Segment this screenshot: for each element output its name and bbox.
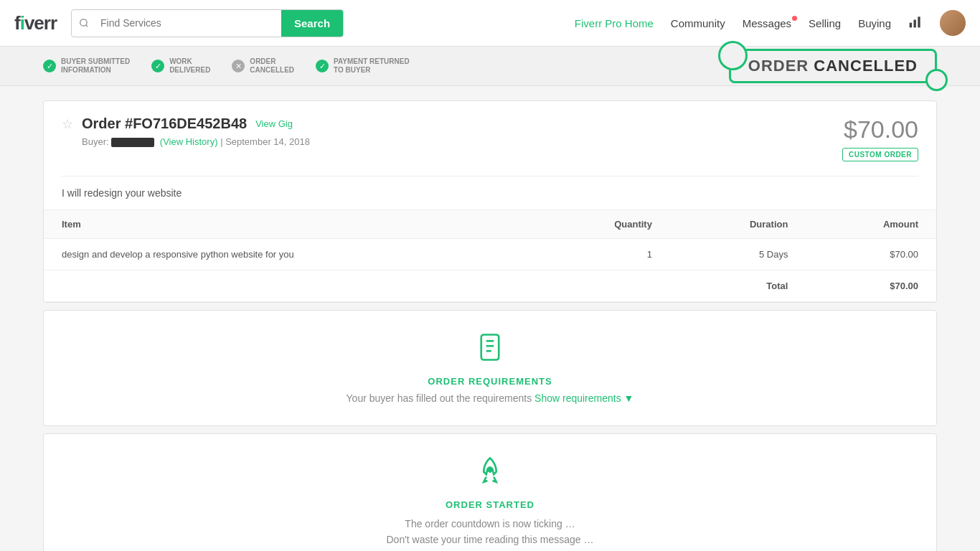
total-value: $70.00 (806, 270, 936, 302)
step-label-payment: PAYMENT RETURNEDTO BUYER (334, 57, 410, 75)
requirements-title: ORDER REQUIREMENTS (62, 376, 918, 387)
order-id: Order #FO716DE452B48 (82, 116, 247, 132)
table-header-row: Item Quantity Duration Amount (44, 210, 936, 239)
header: fiverr Search Fiverr Pro Home Community … (0, 0, 980, 47)
view-gig-link[interactable]: View Gig (255, 118, 293, 129)
step-icon-cancel: ✕ (232, 60, 245, 72)
status-steps: ✓ BUYER SUBMITTEDINFORMATION ✓ WORKDELIV… (43, 57, 410, 75)
step-icon-payment: ✓ (316, 60, 329, 72)
svg-rect-5 (481, 335, 499, 360)
buyer-label: Buyer: (82, 136, 109, 147)
requirements-description: Your buyer has filled out the requiremen… (62, 392, 918, 404)
order-title-row: ☆ Order #FO716DE452B48 View Gig (62, 116, 310, 132)
row-amount: $70.00 (806, 239, 936, 270)
order-card: ☆ Order #FO716DE452B48 View Gig Buyer: (… (43, 100, 937, 303)
status-bar: ✓ BUYER SUBMITTEDINFORMATION ✓ WORKDELIV… (0, 47, 980, 86)
order-header: ☆ Order #FO716DE452B48 View Gig Buyer: (… (44, 101, 936, 176)
total-label: Total (44, 270, 806, 302)
requirements-card: ORDER REQUIREMENTS Your buyer has filled… (43, 310, 937, 426)
search-button[interactable]: Search (281, 10, 343, 37)
col-duration: Duration (670, 210, 806, 239)
step-payment-returned: ✓ PAYMENT RETURNEDTO BUYER (316, 57, 410, 75)
custom-order-badge: CUSTOM ORDER (842, 148, 918, 161)
nav-messages[interactable]: Messages (743, 17, 791, 29)
step-buyer-submitted: ✓ BUYER SUBMITTEDINFORMATION (43, 57, 130, 75)
svg-point-9 (488, 468, 491, 471)
requirements-icon (62, 332, 918, 369)
col-amount: Amount (806, 210, 936, 239)
step-label-cancel: ORDERCANCELLED (250, 57, 294, 75)
order-started-card: ORDER STARTED The order countdown is now… (43, 433, 937, 551)
nav-pro-home[interactable]: Fiverr Pro Home (575, 17, 654, 29)
table-row: design and develop a responsive python w… (44, 239, 936, 270)
messages-dot (792, 16, 797, 21)
order-price: $70.00 (842, 116, 918, 143)
nav-community[interactable]: Community (671, 17, 725, 29)
order-description: I will redesign your website (44, 176, 936, 209)
step-icon-work: ✓ (151, 60, 164, 72)
svg-rect-4 (918, 17, 920, 27)
order-cancelled-badge: ORDER CANCELLED (729, 49, 937, 83)
col-quantity: Quantity (535, 210, 670, 239)
nav-selling[interactable]: Selling (809, 17, 841, 29)
rocket-icon (62, 456, 918, 492)
buyer-name-redacted (111, 138, 154, 147)
order-date: September 14, 2018 (225, 136, 310, 147)
row-item: design and develop a responsive python w… (44, 239, 535, 270)
row-duration: 5 Days (670, 239, 806, 270)
total-row: Total $70.00 (44, 270, 936, 302)
avatar[interactable] (940, 10, 966, 36)
logo[interactable]: fiverr (14, 12, 57, 34)
order-table: Item Quantity Duration Amount design and… (44, 209, 936, 302)
col-item: Item (44, 210, 535, 239)
analytics-icon[interactable] (908, 14, 923, 32)
svg-point-0 (80, 19, 87, 26)
search-bar: Search (71, 9, 344, 37)
step-label-work: WORKDELIVERED (169, 57, 210, 75)
show-requirements-link[interactable]: Show requirements ▼ (534, 392, 633, 404)
main-content: ☆ Order #FO716DE452B48 View Gig Buyer: (… (0, 86, 980, 551)
order-right: $70.00 CUSTOM ORDER (842, 116, 918, 161)
order-meta: Buyer: (View History) | September 14, 20… (82, 136, 310, 147)
svg-rect-3 (914, 19, 916, 27)
row-quantity: 1 (535, 239, 670, 270)
order-started-title: ORDER STARTED (62, 499, 918, 510)
favorite-star-icon[interactable]: ☆ (62, 116, 73, 132)
order-left: ☆ Order #FO716DE452B48 View Gig Buyer: (… (62, 116, 310, 147)
cancelled-text: ORDER CANCELLED (748, 57, 918, 75)
order-started-description: The order countdown is now ticking … Don… (62, 516, 918, 548)
main-nav: Fiverr Pro Home Community Messages Selli… (575, 10, 966, 36)
step-work-delivered: ✓ WORKDELIVERED (151, 57, 210, 75)
view-history-link[interactable]: (View History) (160, 136, 218, 147)
search-input[interactable] (96, 10, 281, 36)
svg-rect-2 (910, 22, 912, 27)
svg-line-1 (86, 25, 88, 27)
step-icon-buyer: ✓ (43, 60, 56, 72)
step-order-cancelled: ✕ ORDERCANCELLED (232, 57, 294, 75)
search-icon (72, 18, 96, 28)
nav-buying[interactable]: Buying (858, 17, 891, 29)
step-label-buyer: BUYER SUBMITTEDINFORMATION (61, 57, 130, 75)
